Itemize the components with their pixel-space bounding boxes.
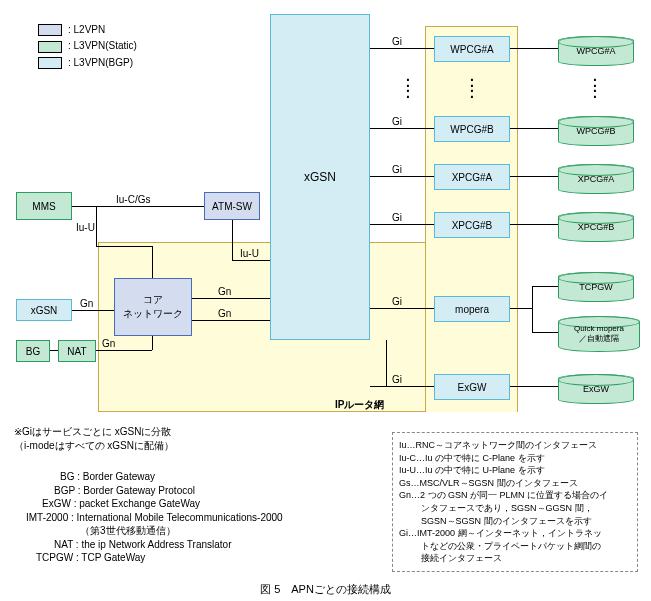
dots-icon: .... — [470, 74, 474, 96]
cyl-quick: Quick mopera ／自動遮隔 — [558, 316, 640, 352]
conn-line — [96, 350, 152, 351]
conn-line — [152, 246, 153, 278]
conn-gn3: Gn — [218, 286, 231, 297]
conn-line — [532, 286, 558, 287]
legend: : L2VPN : L3VPN(Static) : L3VPN(BGP) — [38, 24, 137, 69]
conn-gi6: Gi — [392, 374, 402, 385]
conn-gi1: Gi — [392, 36, 402, 47]
conn-line — [232, 260, 270, 261]
conn-line — [510, 308, 532, 309]
conn-line — [510, 48, 558, 49]
conn-gn1: Gn — [80, 298, 93, 309]
conn-line — [532, 286, 533, 332]
node-wpcgb: WPCG#B — [434, 116, 510, 142]
dots-icon: .... — [406, 74, 410, 96]
legend-l2vpn: : L2VPN — [68, 24, 105, 35]
conn-line — [192, 298, 270, 299]
cyl-exgw: ExGW — [558, 374, 634, 404]
node-core: コア ネットワーク — [114, 278, 192, 336]
conn-line — [370, 176, 434, 177]
conn-line — [72, 206, 204, 207]
conn-gi4: Gi — [392, 212, 402, 223]
conn-line — [96, 246, 152, 247]
node-xpcgb: XPCG#B — [434, 212, 510, 238]
cyl-xpcga: XPCG#A — [558, 164, 634, 194]
legend-l3vpn-s: : L3VPN(Static) — [68, 40, 137, 51]
node-xgsn-left: xGSN — [16, 299, 72, 321]
conn-gi5: Gi — [392, 296, 402, 307]
cyl-wpcgb: WPCG#B — [558, 116, 634, 146]
glossary-left: BG : Border Gateway BGP : Border Gateway… — [14, 470, 374, 565]
conn-line — [370, 224, 434, 225]
node-mopera: mopera — [434, 296, 510, 322]
conn-line — [386, 340, 387, 386]
node-wpcga: WPCG#A — [434, 36, 510, 62]
conn-line — [96, 206, 97, 246]
conn-gn2: Gn — [102, 338, 115, 349]
dots-icon: .... — [593, 74, 597, 96]
conn-line — [370, 48, 434, 49]
conn-gi2: Gi — [392, 116, 402, 127]
legend-l3vpn-b: : L3VPN(BGP) — [68, 57, 133, 68]
glossary-right: Iu…RNC～コアネットワーク間のインタフェース Iu-C…Iu の中で特に C… — [392, 432, 638, 572]
conn-gn4: Gn — [218, 308, 231, 319]
conn-line — [232, 220, 233, 260]
node-mms: MMS — [16, 192, 72, 220]
conn-line — [152, 336, 153, 350]
conn-line — [510, 176, 558, 177]
conn-iuu2: Iu-U — [240, 248, 259, 259]
cyl-xpcgb: XPCG#B — [558, 212, 634, 242]
conn-line — [370, 128, 434, 129]
conn-line — [370, 308, 434, 309]
ip-router-label: IPルータ網 — [335, 398, 384, 412]
node-xpcga: XPCG#A — [434, 164, 510, 190]
conn-line — [510, 128, 558, 129]
conn-line — [510, 224, 558, 225]
conn-gi3: Gi — [392, 164, 402, 175]
node-atm-sw: ATM-SW — [204, 192, 260, 220]
conn-line — [510, 386, 558, 387]
node-bg: BG — [16, 340, 50, 362]
node-exgw: ExGW — [434, 374, 510, 400]
node-xgsn-big: xGSN — [270, 14, 370, 340]
conn-line — [72, 310, 114, 311]
gi-note: ※Giはサービスごとに xGSNに分散 （i-modeはすべての xGSNに配備… — [14, 425, 174, 453]
node-nat: NAT — [58, 340, 96, 362]
cyl-tcpgw: TCPGW — [558, 272, 634, 302]
conn-line — [370, 386, 434, 387]
conn-line — [532, 332, 558, 333]
conn-line — [192, 320, 270, 321]
conn-iuu1: Iu-U — [76, 222, 95, 233]
conn-line — [50, 350, 58, 351]
cyl-wpcga: WPCG#A — [558, 36, 634, 66]
figure-caption: 図 5 APNごとの接続構成 — [0, 582, 651, 597]
conn-iucgs: Iu-C/Gs — [116, 194, 150, 205]
